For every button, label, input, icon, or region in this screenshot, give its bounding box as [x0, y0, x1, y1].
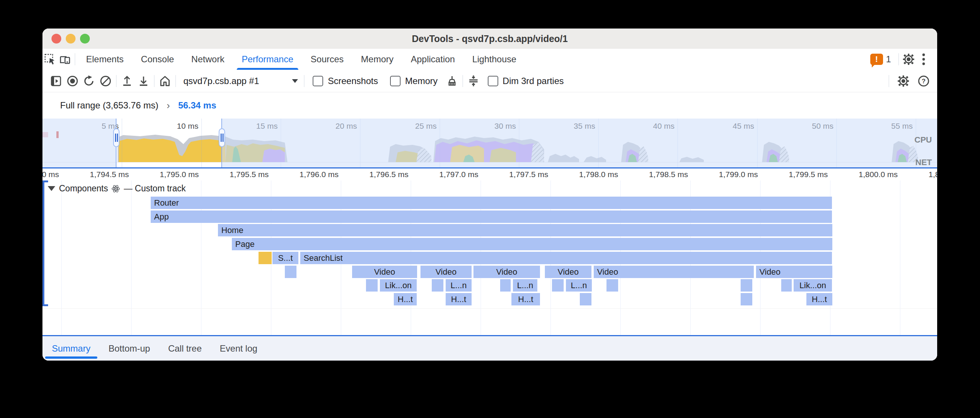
- settings-gear-icon[interactable]: [901, 52, 916, 67]
- issues-badge[interactable]: ! 1: [870, 54, 891, 65]
- bottom-tab-summary[interactable]: Summary: [43, 336, 100, 361]
- gridline: [900, 180, 900, 335]
- flame-bar[interactable]: [552, 279, 564, 291]
- time-axis-label: 1,797.5 ms: [484, 170, 548, 179]
- flame-bar[interactable]: [366, 279, 378, 291]
- overview-dimmed-region: [43, 119, 116, 167]
- flame-bar-ln[interactable]: L...n: [445, 279, 472, 291]
- help-icon[interactable]: ?: [915, 73, 932, 89]
- flame-bar-video[interactable]: Video: [474, 266, 540, 278]
- flame-bar-router[interactable]: Router: [151, 196, 832, 209]
- flame-bar[interactable]: [741, 279, 752, 291]
- components-track-header[interactable]: Components — Custom track: [48, 184, 186, 194]
- capture-settings-gear-icon[interactable]: [895, 73, 912, 89]
- flame-bar[interactable]: [259, 252, 272, 264]
- timeline-overview[interactable]: 5 ms10 ms15 ms20 ms25 ms30 ms35 ms40 ms4…: [43, 119, 937, 167]
- flame-bar-app[interactable]: App: [151, 211, 832, 223]
- flame-bar-ht[interactable]: H...t: [445, 293, 472, 306]
- flame-bar-video[interactable]: Video: [420, 266, 472, 278]
- net-lane-label: NET: [915, 158, 932, 167]
- toggle-sidebar-icon[interactable]: [48, 73, 64, 89]
- flame-bar-st[interactable]: S...t: [272, 252, 298, 264]
- flame-bar-likon[interactable]: Lik...on: [380, 279, 417, 291]
- save-profile-icon[interactable]: [135, 73, 152, 89]
- flame-bar-video[interactable]: Video: [594, 266, 754, 278]
- flame-bar[interactable]: [741, 293, 752, 306]
- tab-elements[interactable]: Elements: [77, 49, 132, 70]
- page-selector-dropdown[interactable]: qsvd7p.csb.app #1: [183, 76, 298, 86]
- flame-bar-likon[interactable]: Lik...on: [794, 279, 832, 291]
- flame-bar[interactable]: [285, 266, 296, 278]
- tab-lighthouse[interactable]: Lighthouse: [464, 49, 525, 70]
- flame-bar-page[interactable]: Page: [232, 238, 832, 250]
- window-titlebar[interactable]: DevTools - qsvd7p.csb.app/video/1: [43, 28, 937, 49]
- tab-memory[interactable]: Memory: [352, 49, 402, 70]
- divider: [899, 53, 899, 65]
- analysis-tab-strip: SummaryBottom-upCall treeEvent log: [43, 335, 937, 361]
- flame-bar-ht[interactable]: H...t: [511, 293, 540, 306]
- load-profile-icon[interactable]: [119, 73, 135, 89]
- flame-bar[interactable]: [432, 279, 444, 291]
- flame-bar[interactable]: [781, 279, 792, 291]
- tab-sources[interactable]: Sources: [302, 49, 352, 70]
- collapse-sanitize-icon[interactable]: [465, 73, 482, 89]
- bottom-tab-call-tree[interactable]: Call tree: [159, 336, 210, 361]
- flame-bar[interactable]: [606, 279, 618, 291]
- flame-bar-ln[interactable]: L...n: [513, 279, 537, 291]
- full-range-breadcrumb[interactable]: Full range (3,653.76 ms): [60, 100, 158, 111]
- screenshots-checkbox[interactable]: Screenshots: [313, 76, 378, 86]
- record-and-reload-button[interactable]: [81, 73, 97, 89]
- window-title: DevTools - qsvd7p.csb.app/video/1: [43, 28, 937, 49]
- flame-bar-searchlist[interactable]: SearchList: [300, 252, 832, 264]
- clear-button[interactable]: [97, 73, 114, 89]
- flamechart-time-axis: 1,794.0 ms1,794.5 ms1,795.0 ms1,795.5 ms…: [43, 168, 937, 181]
- collapse-triangle-icon[interactable]: [48, 186, 55, 191]
- tab-application[interactable]: Application: [402, 49, 463, 70]
- flamechart-canvas[interactable]: Components — Custom track RouterAppHomeP…: [43, 180, 937, 335]
- divider: [175, 75, 176, 87]
- flame-bar-video[interactable]: Video: [352, 266, 417, 278]
- time-axis-label: 1,796.5 ms: [345, 170, 409, 179]
- time-axis-label: 1,799.5 ms: [764, 170, 828, 179]
- gridline: [131, 180, 132, 335]
- selection-bracket: [43, 180, 45, 306]
- live-metrics-home-icon[interactable]: [157, 73, 173, 89]
- flame-bar-ht[interactable]: H...t: [394, 293, 417, 306]
- track-name: Components: [59, 184, 108, 194]
- time-axis-label: 1,795.0 ms: [135, 170, 199, 179]
- flame-bar-ht[interactable]: H...t: [807, 293, 832, 306]
- cpu-activity-shape: [119, 138, 226, 162]
- checkbox-icon: [488, 76, 498, 86]
- react-atom-icon: [111, 185, 120, 193]
- issues-icon: !: [870, 54, 883, 65]
- garbage-collect-broom-icon[interactable]: [444, 73, 460, 89]
- flame-bar-video[interactable]: Video: [545, 266, 592, 278]
- toggle-device-toolbar-button[interactable]: [57, 52, 73, 67]
- flame-bar-video[interactable]: Video: [756, 266, 832, 278]
- record-button[interactable]: [64, 73, 81, 89]
- inspect-element-button[interactable]: [43, 52, 57, 67]
- overview-tick-line: [122, 119, 122, 167]
- bottom-tab-event-log[interactable]: Event log: [211, 336, 266, 361]
- dim-3rd-parties-checkbox[interactable]: Dim 3rd parties: [488, 76, 564, 86]
- performance-toolbar: qsvd7p.csb.app #1 Screenshots Memory: [43, 70, 937, 92]
- chevron-right-icon: ›: [167, 100, 170, 111]
- bottom-tab-bottom-up[interactable]: Bottom-up: [100, 336, 159, 361]
- divider: [304, 75, 304, 87]
- time-axis-label: 1,800.0 ms: [834, 170, 898, 179]
- tab-performance[interactable]: Performance: [233, 49, 302, 70]
- selection-handle-left[interactable]: [113, 128, 119, 147]
- flame-bar-ln[interactable]: L...n: [566, 279, 592, 291]
- time-axis-label: 1,798.5 ms: [624, 170, 688, 179]
- selected-range-breadcrumb[interactable]: 56.34 ms: [178, 100, 216, 111]
- memory-checkbox[interactable]: Memory: [390, 76, 438, 86]
- tab-console[interactable]: Console: [132, 49, 183, 70]
- flame-bar[interactable]: [580, 293, 592, 306]
- overview-dimmed-region: [222, 119, 937, 167]
- flame-bar-home[interactable]: Home: [218, 224, 832, 236]
- kebab-menu-icon[interactable]: [916, 52, 931, 67]
- flame-bar[interactable]: [500, 279, 511, 291]
- tab-network[interactable]: Network: [183, 49, 233, 70]
- selection-handle-right[interactable]: [219, 128, 225, 147]
- checkbox-icon: [313, 76, 323, 86]
